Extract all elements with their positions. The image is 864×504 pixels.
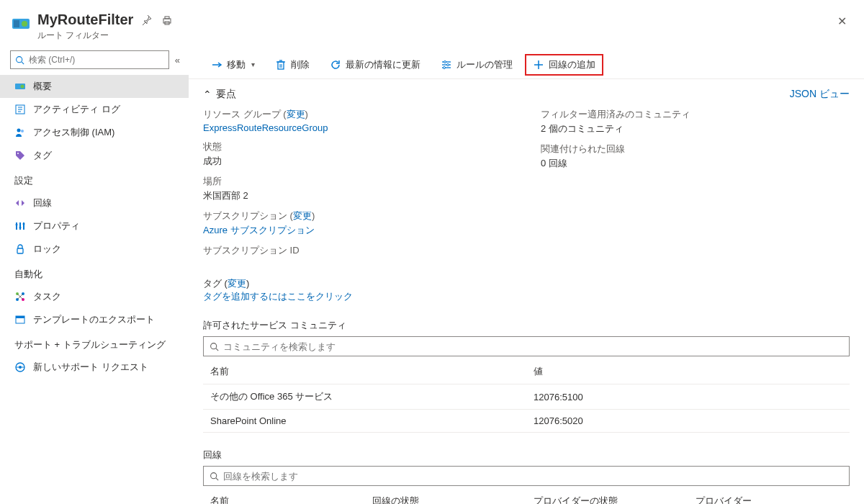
cell-name: その他の Office 365 サービス [203, 384, 526, 410]
col-name: 名前 [203, 359, 526, 384]
refresh-button[interactable]: 最新の情報に更新 [322, 54, 428, 76]
svg-line-7 [22, 61, 24, 63]
cell-value: 12076:5020 [526, 410, 850, 433]
activity-log-icon [14, 104, 26, 115]
move-button[interactable]: 移動 ▾ [203, 54, 263, 76]
svg-point-46 [447, 63, 449, 66]
tasks-icon [14, 291, 26, 302]
sidebar-item-tags[interactable]: タグ [0, 144, 189, 167]
col-circuit-status: 回線の状態 [365, 489, 527, 504]
delete-button[interactable]: 削除 [267, 54, 318, 76]
svg-rect-23 [17, 248, 23, 253]
manage-rules-button[interactable]: ルールの管理 [433, 54, 521, 76]
circuits-section-title: 回線 [203, 449, 850, 462]
pin-icon[interactable] [140, 14, 153, 27]
svg-point-16 [17, 153, 19, 154]
label-subscription-id: サブスクリプション ID [203, 244, 512, 257]
search-icon [210, 342, 219, 351]
sidebar-item-label: テンプレートのエクスポート [33, 313, 155, 326]
label-subscription: サブスクリプション [203, 210, 287, 221]
add-circuit-button[interactable]: 回線の追加 [525, 54, 603, 76]
sidebar-item-label: タスク [33, 290, 61, 303]
iam-icon [14, 127, 26, 138]
chevron-up-icon: ⌃ [203, 89, 212, 100]
label-communities: フィルター適用済みのコミュニティ [541, 108, 850, 121]
close-icon[interactable]: ✕ [834, 12, 850, 31]
label-location: 場所 [203, 175, 512, 188]
toolbar-label: 最新の情報に更新 [346, 58, 420, 71]
col-value: 値 [526, 359, 850, 384]
svg-line-53 [216, 477, 218, 480]
circuits-icon [14, 197, 26, 209]
manage-rules-icon [441, 59, 452, 71]
sidebar-item-overview[interactable]: 概要 [0, 75, 189, 98]
collapse-sidebar-icon[interactable]: « [175, 55, 180, 66]
svg-point-9 [21, 85, 24, 89]
toolbar-label: 移動 [227, 58, 246, 71]
svg-point-20 [16, 224, 18, 226]
value-communities: 2 個のコミュニティ [541, 122, 850, 135]
page-title: MyRouteFilter [37, 12, 133, 28]
sidebar-section-automation: 自動化 [0, 261, 189, 285]
command-bar: 移動 ▾ 削除 最新の情報に更新 ルールの管理 回線の追加 [189, 50, 864, 79]
sidebar-search-input[interactable] [29, 55, 164, 65]
change-tags-link[interactable]: 変更 [228, 278, 246, 289]
svg-point-6 [17, 56, 22, 62]
sidebar: « 概要 アクティビティ ログ アクセス制御 (IAM) タグ 設定 回線 [0, 50, 189, 504]
blade-header: MyRouteFilter ルート フィルター ✕ [0, 0, 864, 50]
add-tags-link[interactable]: タグを追加するにはここをクリック [203, 291, 353, 302]
circuits-filter-input[interactable] [223, 471, 843, 482]
print-icon[interactable] [161, 14, 174, 27]
svg-point-33 [19, 366, 22, 369]
svg-point-47 [444, 66, 446, 68]
change-rg-link[interactable]: 変更 [287, 109, 305, 120]
col-provider: プロバイダー [688, 489, 850, 504]
cell-value: 12076:5100 [526, 384, 850, 410]
toolbar-label: 回線の追加 [549, 58, 595, 71]
search-icon [210, 472, 219, 481]
json-view-link[interactable]: JSON ビュー [790, 88, 850, 101]
toolbar-label: ルールの管理 [456, 58, 513, 71]
essentials-title: 要点 [216, 88, 236, 101]
sidebar-item-label: プロパティ [33, 220, 80, 233]
sidebar-item-tasks[interactable]: タスク [0, 285, 189, 308]
communities-filter[interactable] [203, 336, 850, 356]
support-icon [14, 361, 26, 373]
sidebar-item-locks[interactable]: ロック [0, 238, 189, 261]
change-sub-link[interactable]: 変更 [293, 210, 312, 221]
resource-icon [12, 14, 30, 33]
essentials-toggle[interactable]: ⌃ 要点 [203, 88, 236, 101]
essentials-grid: リソース グループ (変更) ExpressRouteResourceGroup… [203, 107, 850, 267]
sidebar-item-new-support-request[interactable]: 新しいサポート リクエスト [0, 356, 189, 379]
svg-point-15 [21, 130, 24, 132]
svg-point-22 [23, 223, 25, 225]
col-provider-status: プロバイダーの状態 [526, 489, 688, 504]
label-circuits: 関連付けられた回線 [541, 143, 850, 156]
export-template-icon [14, 314, 26, 325]
resource-group-link[interactable]: ExpressRouteResourceGroup [203, 122, 328, 133]
chevron-down-icon: ▾ [251, 60, 255, 68]
sidebar-item-label: 回線 [33, 197, 52, 210]
svg-line-51 [216, 348, 218, 350]
label-tags: タグ [203, 278, 222, 289]
circuits-filter[interactable] [203, 466, 850, 486]
subscription-link[interactable]: Azure サブスクリプション [203, 225, 315, 235]
sidebar-search[interactable] [10, 50, 169, 69]
table-row[interactable]: その他の Office 365 サービス 12076:5100 [203, 384, 850, 410]
sidebar-item-iam[interactable]: アクセス制御 (IAM) [0, 121, 189, 144]
svg-point-14 [17, 129, 21, 132]
svg-point-21 [19, 227, 22, 229]
communities-filter-input[interactable] [223, 341, 843, 352]
sidebar-item-properties[interactable]: プロパティ [0, 215, 189, 238]
table-row[interactable]: SharePoint Online 12076:5020 [203, 410, 850, 433]
sidebar-item-circuits[interactable]: 回線 [0, 192, 189, 215]
sidebar-item-activity-log[interactable]: アクティビティ ログ [0, 98, 189, 121]
svg-rect-1 [14, 20, 19, 27]
svg-rect-31 [16, 316, 24, 318]
svg-point-2 [22, 21, 27, 27]
col-name: 名前 [203, 489, 365, 504]
svg-point-50 [211, 343, 217, 348]
properties-icon [14, 220, 26, 232]
sidebar-item-label: タグ [33, 149, 52, 162]
sidebar-item-export-template[interactable]: テンプレートのエクスポート [0, 308, 189, 331]
